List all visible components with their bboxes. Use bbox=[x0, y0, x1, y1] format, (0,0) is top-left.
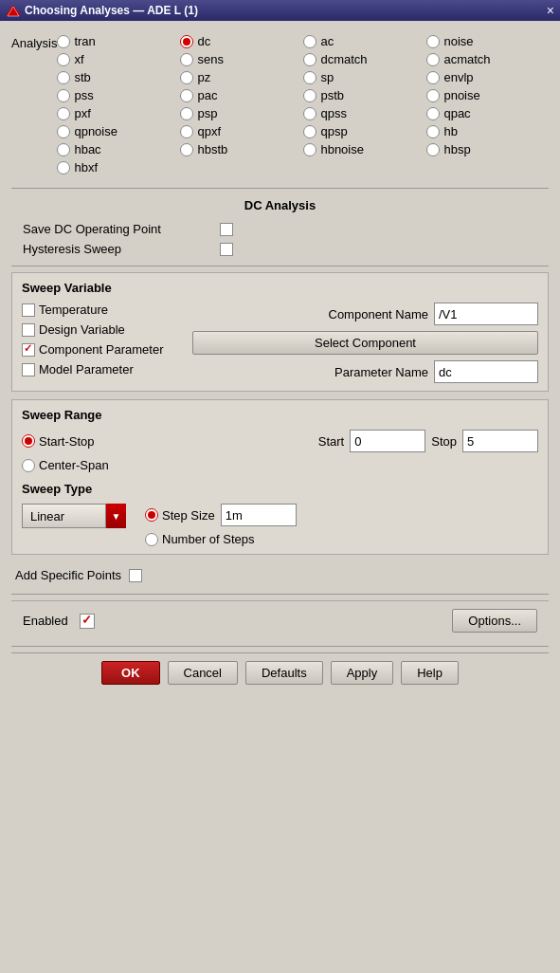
radio-tran[interactable]: tran bbox=[57, 34, 180, 48]
radio-sens[interactable]: sens bbox=[180, 52, 303, 66]
sweep-variable-panel: Sweep Variable Temperature Design Variab… bbox=[11, 272, 549, 392]
start-stop-radio[interactable] bbox=[22, 434, 35, 448]
center-span-row: Center-Span bbox=[22, 458, 538, 472]
radio-pac[interactable]: pac bbox=[180, 88, 303, 102]
radio-hbac[interactable]: hbac bbox=[57, 142, 180, 156]
sweep-var-left: Temperature Design Variable Component Pa… bbox=[22, 303, 183, 383]
radio-dcmatch-label: dcmatch bbox=[320, 52, 367, 66]
sweep-type-left: Linear Logarithmic List bbox=[22, 504, 126, 528]
radio-qpss[interactable]: qpss bbox=[303, 106, 426, 120]
radio-qpxf[interactable]: qpxf bbox=[180, 124, 303, 138]
sweep-type-row: Linear Logarithmic List Step Size bbox=[22, 504, 538, 546]
radio-qpss-label: qpss bbox=[320, 106, 346, 120]
radio-hb[interactable]: hb bbox=[426, 124, 550, 138]
step-size-row: Step Size bbox=[145, 504, 297, 526]
temperature-checkbox[interactable] bbox=[22, 303, 35, 317]
ok-button[interactable]: OK bbox=[101, 661, 160, 685]
defaults-button[interactable]: Defaults bbox=[245, 661, 323, 685]
sweep-type-title: Sweep Type bbox=[22, 482, 538, 496]
stop-input[interactable] bbox=[462, 430, 538, 452]
temperature-label: Temperature bbox=[39, 303, 108, 317]
radio-envlp[interactable]: envlp bbox=[426, 70, 550, 84]
radio-ac[interactable]: ac bbox=[303, 34, 426, 48]
hysteresis-checkbox[interactable] bbox=[220, 243, 233, 256]
radio-hbsp[interactable]: hbsp bbox=[426, 142, 550, 156]
radio-pz[interactable]: pz bbox=[180, 70, 303, 84]
radio-pss[interactable]: pss bbox=[57, 88, 180, 102]
radio-tran-label: tran bbox=[74, 34, 95, 48]
radio-acmatch-label: acmatch bbox=[443, 52, 490, 66]
help-button[interactable]: Help bbox=[401, 661, 459, 685]
radio-stb[interactable]: stb bbox=[57, 70, 180, 84]
radio-acmatch[interactable]: acmatch bbox=[426, 52, 550, 66]
add-specific-points-row: Add Specific Points bbox=[11, 562, 549, 588]
temperature-option[interactable]: Temperature bbox=[22, 303, 183, 317]
radio-pstb[interactable]: pstb bbox=[303, 88, 426, 102]
component-name-input[interactable] bbox=[434, 303, 538, 325]
add-specific-points-label: Add Specific Points bbox=[15, 568, 121, 582]
analysis-section: Analysis tran dc ac noise xf bbox=[11, 28, 549, 180]
start-input[interactable] bbox=[350, 430, 425, 452]
radio-qpsp[interactable]: qpsp bbox=[303, 124, 426, 138]
component-name-row: Component Name bbox=[192, 303, 538, 325]
parameter-name-label: Parameter Name bbox=[334, 365, 428, 379]
radio-qpac-label: qpac bbox=[443, 106, 470, 120]
radio-noise[interactable]: noise bbox=[426, 34, 550, 48]
start-stop-option[interactable]: Start-Stop bbox=[22, 434, 95, 449]
start-stop-label: Start-Stop bbox=[39, 434, 95, 449]
step-size-input[interactable] bbox=[221, 504, 297, 526]
save-dc-checkbox[interactable] bbox=[220, 223, 233, 236]
radio-hbstb[interactable]: hbstb bbox=[180, 142, 303, 156]
center-span-label: Center-Span bbox=[39, 458, 109, 472]
start-stop-inputs: Start Stop bbox=[318, 430, 538, 452]
number-of-steps-option[interactable]: Number of Steps bbox=[145, 532, 255, 546]
select-component-button[interactable]: Select Component bbox=[192, 331, 538, 355]
divider-1 bbox=[11, 188, 549, 189]
save-dc-row: Save DC Operating Point bbox=[11, 222, 549, 236]
number-of-steps-radio[interactable] bbox=[145, 533, 158, 546]
radio-xf-label: xf bbox=[74, 52, 83, 66]
sweep-type-select[interactable]: Linear Logarithmic List bbox=[22, 504, 126, 528]
add-specific-points-checkbox[interactable] bbox=[129, 569, 142, 582]
cancel-button[interactable]: Cancel bbox=[168, 661, 238, 685]
radio-dc[interactable]: dc bbox=[180, 34, 303, 48]
divider-2 bbox=[11, 266, 549, 266]
radio-psp-label: psp bbox=[197, 106, 217, 120]
model-parameter-checkbox[interactable] bbox=[22, 363, 35, 376]
step-size-option[interactable]: Step Size bbox=[145, 508, 215, 523]
close-icon[interactable]: × bbox=[547, 3, 554, 18]
parameter-name-row: Parameter Name bbox=[192, 360, 538, 383]
component-parameter-checkbox[interactable] bbox=[22, 343, 35, 357]
start-stop-row: Start-Stop Start Stop bbox=[22, 430, 538, 452]
radio-sp[interactable]: sp bbox=[303, 70, 426, 84]
sweep-variable-content: Temperature Design Variable Component Pa… bbox=[22, 303, 538, 383]
parameter-name-input[interactable] bbox=[434, 360, 538, 383]
radio-qpac[interactable]: qpac bbox=[426, 106, 550, 120]
action-bar: OK Cancel Defaults Apply Help bbox=[11, 652, 549, 692]
design-variable-option[interactable]: Design Variable bbox=[22, 322, 183, 337]
options-button[interactable]: Options... bbox=[452, 609, 537, 633]
title-bar: Choosing Analyses — ADE L (1) × bbox=[0, 0, 560, 21]
number-of-steps-label: Number of Steps bbox=[162, 532, 255, 546]
center-span-option[interactable]: Center-Span bbox=[22, 458, 109, 472]
component-parameter-option[interactable]: Component Parameter bbox=[22, 342, 183, 357]
sweep-var-right: Component Name Select Component Paramete… bbox=[192, 303, 538, 383]
radio-pxf[interactable]: pxf bbox=[57, 106, 180, 120]
radio-hbac-label: hbac bbox=[74, 142, 100, 156]
radio-pac-label: pac bbox=[197, 88, 217, 102]
sweep-range-panel: Sweep Range Start-Stop Start Stop Center… bbox=[11, 399, 549, 555]
center-span-radio[interactable] bbox=[22, 459, 35, 472]
analysis-grid: tran dc ac noise xf sens bbox=[57, 34, 550, 174]
enabled-checkbox[interactable] bbox=[80, 614, 95, 629]
step-size-radio[interactable] bbox=[145, 508, 158, 522]
radio-hbnoise[interactable]: hbnoise bbox=[303, 142, 426, 156]
radio-dcmatch[interactable]: dcmatch bbox=[303, 52, 426, 66]
apply-button[interactable]: Apply bbox=[331, 661, 394, 685]
model-parameter-option[interactable]: Model Parameter bbox=[22, 362, 183, 376]
radio-hbxf[interactable]: hbxf bbox=[57, 160, 180, 174]
design-variable-checkbox[interactable] bbox=[22, 323, 35, 337]
radio-psp[interactable]: psp bbox=[180, 106, 303, 120]
radio-qpnoise[interactable]: qpnoise bbox=[57, 124, 180, 138]
radio-pnoise[interactable]: pnoise bbox=[426, 88, 550, 102]
radio-xf[interactable]: xf bbox=[57, 52, 180, 66]
